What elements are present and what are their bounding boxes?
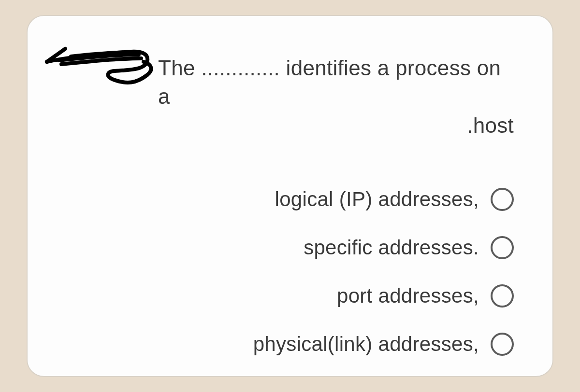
question-line-1: The ............. identifies a process o… <box>158 54 514 111</box>
radio-unchecked-icon[interactable] <box>491 236 514 259</box>
radio-unchecked-icon[interactable] <box>491 284 514 308</box>
option-port[interactable]: port addresses, <box>337 284 514 308</box>
options-list: logical (IP) addresses, specific address… <box>52 188 514 356</box>
option-label: logical (IP) addresses, <box>275 188 479 211</box>
handwritten-scribble <box>42 40 158 95</box>
option-specific[interactable]: specific addresses. <box>304 236 514 259</box>
radio-unchecked-icon[interactable] <box>491 333 514 356</box>
question-card: The ............. identifies a process o… <box>27 15 553 377</box>
radio-unchecked-icon[interactable] <box>491 188 514 211</box>
option-label: port addresses, <box>337 284 479 308</box>
question-line-2: .host <box>158 111 514 140</box>
option-physical-link[interactable]: physical(link) addresses, <box>253 333 514 356</box>
option-label: specific addresses. <box>304 236 479 259</box>
question-text: The ............. identifies a process o… <box>158 54 514 140</box>
option-logical-ip[interactable]: logical (IP) addresses, <box>275 188 514 211</box>
option-label: physical(link) addresses, <box>253 333 479 356</box>
